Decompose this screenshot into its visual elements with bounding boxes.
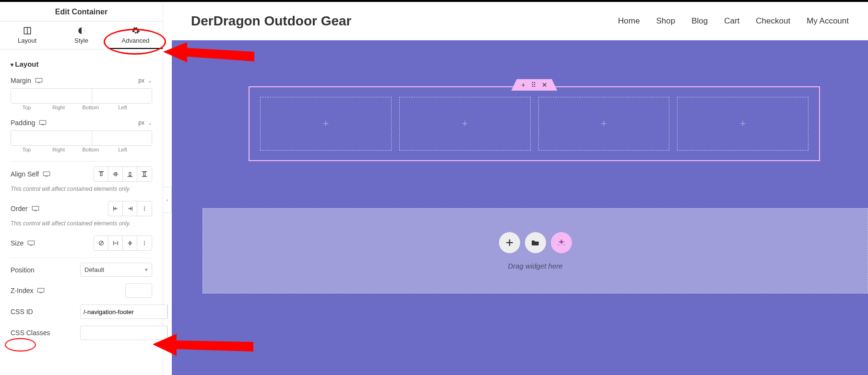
row-padding: Padding px	[11, 114, 152, 129]
css-id-label: CSS ID	[11, 308, 33, 316]
svg-rect-10	[100, 173, 102, 176]
size-grow-button[interactable]	[108, 236, 123, 250]
dropzone-text: Drag widget here	[508, 262, 562, 270]
row-css-classes: CSS Classes	[11, 321, 152, 342]
align-start-button[interactable]	[94, 167, 108, 181]
align-self-label: Align Self	[11, 170, 39, 178]
size-shrink-button[interactable]	[123, 236, 137, 250]
margin-unit[interactable]: px	[138, 77, 152, 84]
svg-rect-5	[40, 120, 46, 124]
margin-top-lbl: Top	[11, 105, 43, 110]
svg-point-34	[144, 243, 145, 244]
column-4[interactable]: +	[677, 97, 809, 151]
container-drag-handle[interactable]: ⠿	[531, 81, 536, 89]
editor-sidebar: Edit Container Layout Style Advanced Lay…	[0, 2, 163, 375]
padding-label: Padding	[11, 119, 35, 127]
nav-blog[interactable]: Blog	[691, 16, 708, 26]
zindex-label: Z-Index	[11, 287, 33, 294]
svg-point-33	[144, 241, 145, 242]
device-icon[interactable]	[27, 240, 35, 246]
tab-layout[interactable]: Layout	[0, 22, 54, 49]
padding-top-lbl: Top	[11, 147, 43, 152]
svg-point-35	[144, 244, 145, 245]
device-icon[interactable]	[39, 120, 47, 126]
css-id-input[interactable]	[80, 305, 167, 319]
css-id-dynamic-button[interactable]	[167, 305, 168, 319]
device-icon[interactable]	[32, 206, 39, 211]
padding-top-input[interactable]	[11, 131, 92, 145]
contrast-icon	[77, 26, 86, 35]
order-note: This control will affect contained eleme…	[11, 218, 152, 231]
nav-home[interactable]: Home	[618, 16, 640, 26]
tabs: Layout Style Advanced	[0, 22, 163, 49]
size-none-button[interactable]	[94, 236, 108, 250]
plus-icon	[505, 238, 514, 247]
device-icon[interactable]	[35, 78, 43, 83]
svg-rect-18	[32, 206, 38, 210]
nav-checkout[interactable]: Checkout	[756, 16, 790, 26]
container-delete-button[interactable]: ✕	[542, 81, 547, 89]
nav-cart[interactable]: Cart	[724, 16, 739, 26]
size-more-button[interactable]	[137, 236, 152, 250]
padding-inputs	[11, 130, 152, 146]
template-library-button[interactable]	[525, 232, 546, 253]
size-label: Size	[11, 239, 24, 247]
padding-bottom-lbl: Bottom	[75, 147, 107, 152]
svg-point-42	[563, 244, 564, 245]
tab-style-label: Style	[74, 37, 88, 44]
site-title: DerDragon Outdoor Gear	[191, 13, 351, 29]
size-buttons	[94, 235, 152, 251]
device-icon[interactable]	[37, 288, 45, 293]
row-order: Order	[11, 196, 152, 218]
svg-rect-14	[129, 173, 131, 176]
collapse-panel-button[interactable]: ‹	[163, 187, 172, 213]
plus-icon: +	[601, 117, 607, 130]
order-end-button[interactable]	[123, 201, 137, 216]
tab-advanced[interactable]: Advanced	[108, 22, 163, 49]
margin-left-lbl: Left	[107, 105, 139, 110]
row-zindex: Z-Index	[11, 279, 152, 300]
align-center-button[interactable]	[108, 167, 123, 181]
margin-top-input[interactable]	[11, 89, 92, 103]
selected-container[interactable]: + ⠿ ✕ + + + +	[249, 86, 820, 161]
ai-button[interactable]	[551, 232, 572, 253]
margin-label: Margin	[11, 77, 31, 84]
order-start-button[interactable]	[108, 201, 123, 216]
add-widget-button[interactable]	[499, 232, 520, 253]
svg-rect-17	[143, 173, 145, 176]
device-icon[interactable]	[43, 171, 50, 177]
margin-inputs	[11, 88, 152, 104]
layout-icon	[23, 26, 32, 35]
site-header: DerDragon Outdoor Gear Home Shop Blog Ca…	[172, 2, 868, 40]
column-1[interactable]: +	[260, 97, 392, 151]
zindex-input[interactable]	[125, 283, 152, 298]
svg-rect-3	[36, 78, 42, 82]
tab-style[interactable]: Style	[54, 22, 108, 49]
order-more-button[interactable]	[137, 201, 152, 216]
site-nav: Home Shop Blog Cart Checkout My Account	[618, 16, 849, 26]
align-end-button[interactable]	[123, 167, 137, 181]
column-3[interactable]: +	[538, 97, 670, 151]
section-layout: Layout Margin px Top Right Bottom Left	[0, 49, 163, 342]
section-layout-title[interactable]: Layout	[11, 56, 152, 72]
css-classes-input[interactable]	[80, 326, 167, 340]
column-2[interactable]: +	[399, 97, 531, 151]
nav-account[interactable]: My Account	[807, 16, 849, 26]
drop-zone[interactable]: Drag widget here	[202, 208, 868, 293]
padding-right-input[interactable]	[92, 131, 152, 145]
position-value: Default	[84, 266, 104, 273]
padding-unit[interactable]: px	[138, 119, 152, 126]
preview-area: DerDragon Outdoor Gear Home Shop Blog Ca…	[172, 2, 868, 375]
svg-rect-25	[28, 241, 35, 245]
plus-icon: +	[462, 117, 468, 130]
sparkle-icon	[557, 238, 566, 247]
svg-point-22	[144, 206, 145, 207]
align-stretch-button[interactable]	[137, 167, 152, 181]
margin-right-input[interactable]	[92, 89, 152, 103]
margin-bottom-lbl: Bottom	[75, 105, 107, 110]
position-select[interactable]: Default	[80, 263, 152, 277]
container-add-button[interactable]: +	[521, 81, 525, 89]
editor-canvas[interactable]: + ⠿ ✕ + + + +	[172, 40, 868, 375]
nav-shop[interactable]: Shop	[656, 16, 675, 26]
css-classes-dynamic-button[interactable]	[167, 326, 168, 340]
